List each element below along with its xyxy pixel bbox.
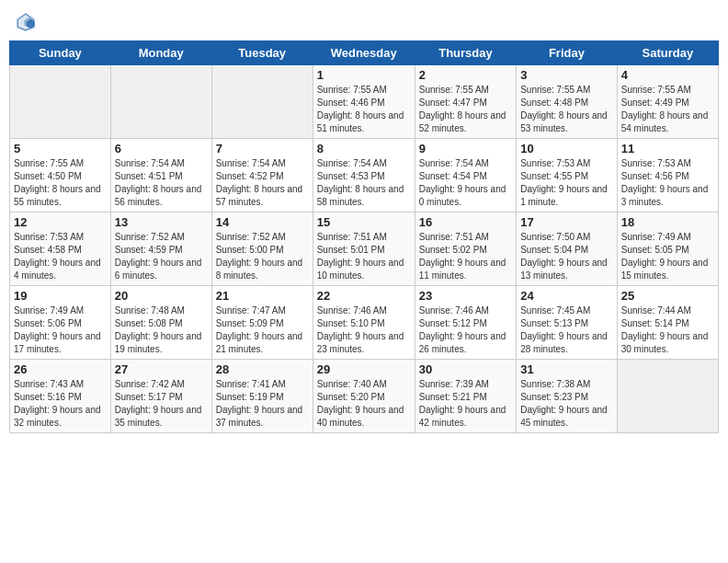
calendar-cell: 29Sunrise: 7:40 AM Sunset: 5:20 PM Dayli…: [313, 360, 415, 433]
day-number: 20: [115, 289, 208, 303]
day-number: 10: [520, 142, 613, 155]
day-number: 19: [14, 289, 107, 303]
day-of-week-header: Monday: [110, 41, 211, 65]
calendar-header-row: SundayMondayTuesdayWednesdayThursdayFrid…: [10, 41, 719, 65]
day-info: Sunrise: 7:40 AM Sunset: 5:20 PM Dayligh…: [317, 378, 411, 430]
calendar-cell: 16Sunrise: 7:51 AM Sunset: 5:02 PM Dayli…: [415, 213, 516, 286]
day-of-week-header: Saturday: [617, 41, 718, 65]
calendar-cell: 20Sunrise: 7:48 AM Sunset: 5:08 PM Dayli…: [110, 286, 211, 360]
day-number: 15: [317, 215, 411, 229]
calendar-cell: 6Sunrise: 7:54 AM Sunset: 4:51 PM Daylig…: [110, 139, 211, 213]
day-info: Sunrise: 7:55 AM Sunset: 4:49 PM Dayligh…: [621, 84, 714, 135]
day-number: 5: [14, 142, 107, 155]
day-number: 7: [216, 142, 309, 155]
day-info: Sunrise: 7:49 AM Sunset: 5:05 PM Dayligh…: [621, 231, 714, 282]
day-info: Sunrise: 7:54 AM Sunset: 4:53 PM Dayligh…: [317, 157, 411, 209]
day-of-week-header: Wednesday: [313, 41, 415, 65]
calendar-week-row: 12Sunrise: 7:53 AM Sunset: 4:58 PM Dayli…: [10, 213, 719, 286]
calendar-cell: 28Sunrise: 7:41 AM Sunset: 5:19 PM Dayli…: [211, 360, 313, 433]
calendar-cell: [10, 65, 111, 139]
day-number: 22: [317, 289, 411, 303]
calendar-cell: 21Sunrise: 7:47 AM Sunset: 5:09 PM Dayli…: [211, 286, 313, 360]
day-info: Sunrise: 7:53 AM Sunset: 4:56 PM Dayligh…: [621, 157, 714, 209]
calendar-week-row: 26Sunrise: 7:43 AM Sunset: 5:16 PM Dayli…: [10, 360, 719, 433]
day-number: 31: [520, 362, 613, 376]
calendar-week-row: 19Sunrise: 7:49 AM Sunset: 5:06 PM Dayli…: [10, 286, 719, 360]
calendar-cell: 25Sunrise: 7:44 AM Sunset: 5:14 PM Dayli…: [617, 286, 718, 360]
day-info: Sunrise: 7:55 AM Sunset: 4:46 PM Dayligh…: [317, 84, 411, 135]
day-number: 25: [621, 289, 714, 303]
calendar-cell: 23Sunrise: 7:46 AM Sunset: 5:12 PM Dayli…: [415, 286, 516, 360]
calendar-cell: 24Sunrise: 7:45 AM Sunset: 5:13 PM Dayli…: [517, 286, 618, 360]
calendar-cell: 11Sunrise: 7:53 AM Sunset: 4:56 PM Dayli…: [617, 139, 718, 213]
calendar-cell: 5Sunrise: 7:55 AM Sunset: 4:50 PM Daylig…: [10, 139, 111, 213]
day-info: Sunrise: 7:53 AM Sunset: 4:58 PM Dayligh…: [14, 231, 107, 282]
calendar-cell: 27Sunrise: 7:42 AM Sunset: 5:17 PM Dayli…: [110, 360, 211, 433]
day-number: 9: [419, 142, 512, 155]
day-info: Sunrise: 7:46 AM Sunset: 5:12 PM Dayligh…: [419, 304, 512, 356]
day-number: 18: [621, 215, 714, 229]
day-number: 11: [621, 142, 714, 155]
day-number: 8: [317, 142, 411, 155]
day-info: Sunrise: 7:38 AM Sunset: 5:23 PM Dayligh…: [520, 378, 613, 430]
calendar-cell: 12Sunrise: 7:53 AM Sunset: 4:58 PM Dayli…: [10, 213, 111, 286]
calendar-cell: 9Sunrise: 7:54 AM Sunset: 4:54 PM Daylig…: [415, 139, 516, 213]
day-info: Sunrise: 7:55 AM Sunset: 4:47 PM Dayligh…: [419, 84, 512, 135]
day-info: Sunrise: 7:51 AM Sunset: 5:02 PM Dayligh…: [419, 231, 512, 282]
day-info: Sunrise: 7:55 AM Sunset: 4:50 PM Dayligh…: [14, 157, 107, 209]
day-info: Sunrise: 7:54 AM Sunset: 4:54 PM Dayligh…: [419, 157, 512, 209]
calendar-cell: [617, 360, 718, 433]
calendar-cell: 26Sunrise: 7:43 AM Sunset: 5:16 PM Dayli…: [10, 360, 111, 433]
day-number: 28: [216, 362, 309, 376]
day-info: Sunrise: 7:49 AM Sunset: 5:06 PM Dayligh…: [14, 304, 107, 356]
calendar-cell: 13Sunrise: 7:52 AM Sunset: 4:59 PM Dayli…: [110, 213, 211, 286]
logo-icon: [13, 9, 39, 35]
calendar-week-row: 5Sunrise: 7:55 AM Sunset: 4:50 PM Daylig…: [10, 139, 719, 213]
day-info: Sunrise: 7:45 AM Sunset: 5:13 PM Dayligh…: [520, 304, 613, 356]
day-of-week-header: Friday: [517, 41, 618, 65]
day-number: 24: [520, 289, 613, 303]
calendar-cell: 8Sunrise: 7:54 AM Sunset: 4:53 PM Daylig…: [313, 139, 415, 213]
calendar-cell: [110, 65, 211, 139]
day-info: Sunrise: 7:51 AM Sunset: 5:01 PM Dayligh…: [317, 231, 411, 282]
calendar-cell: 31Sunrise: 7:38 AM Sunset: 5:23 PM Dayli…: [517, 360, 618, 433]
calendar-cell: 18Sunrise: 7:49 AM Sunset: 5:05 PM Dayli…: [617, 213, 718, 286]
day-number: 29: [317, 362, 411, 376]
day-info: Sunrise: 7:47 AM Sunset: 5:09 PM Dayligh…: [216, 304, 309, 356]
day-number: 26: [14, 362, 107, 376]
day-info: Sunrise: 7:55 AM Sunset: 4:48 PM Dayligh…: [520, 84, 613, 135]
calendar-cell: 7Sunrise: 7:54 AM Sunset: 4:52 PM Daylig…: [211, 139, 313, 213]
calendar-cell: 14Sunrise: 7:52 AM Sunset: 5:00 PM Dayli…: [211, 213, 313, 286]
calendar-week-row: 1Sunrise: 7:55 AM Sunset: 4:46 PM Daylig…: [10, 65, 719, 139]
day-info: Sunrise: 7:48 AM Sunset: 5:08 PM Dayligh…: [115, 304, 208, 356]
day-info: Sunrise: 7:50 AM Sunset: 5:04 PM Dayligh…: [520, 231, 613, 282]
day-number: 12: [14, 215, 107, 229]
day-number: 16: [419, 215, 512, 229]
day-number: 21: [216, 289, 309, 303]
day-of-week-header: Tuesday: [211, 41, 313, 65]
calendar-cell: 1Sunrise: 7:55 AM Sunset: 4:46 PM Daylig…: [313, 65, 415, 139]
day-info: Sunrise: 7:44 AM Sunset: 5:14 PM Dayligh…: [621, 304, 714, 356]
day-info: Sunrise: 7:42 AM Sunset: 5:17 PM Dayligh…: [115, 378, 208, 430]
day-number: 17: [520, 215, 613, 229]
calendar-table: SundayMondayTuesdayWednesdayThursdayFrid…: [9, 40, 719, 433]
calendar-cell: 17Sunrise: 7:50 AM Sunset: 5:04 PM Dayli…: [517, 213, 618, 286]
day-info: Sunrise: 7:39 AM Sunset: 5:21 PM Dayligh…: [419, 378, 512, 430]
day-number: 3: [520, 68, 613, 82]
day-info: Sunrise: 7:43 AM Sunset: 5:16 PM Dayligh…: [14, 378, 107, 430]
calendar-cell: 15Sunrise: 7:51 AM Sunset: 5:01 PM Dayli…: [313, 213, 415, 286]
calendar-cell: 2Sunrise: 7:55 AM Sunset: 4:47 PM Daylig…: [415, 65, 516, 139]
calendar-cell: 3Sunrise: 7:55 AM Sunset: 4:48 PM Daylig…: [517, 65, 618, 139]
day-of-week-header: Thursday: [415, 41, 516, 65]
day-of-week-header: Sunday: [10, 41, 111, 65]
day-number: 14: [216, 215, 309, 229]
day-number: 27: [115, 362, 208, 376]
day-info: Sunrise: 7:41 AM Sunset: 5:19 PM Dayligh…: [216, 378, 309, 430]
day-number: 23: [419, 289, 512, 303]
day-info: Sunrise: 7:46 AM Sunset: 5:10 PM Dayligh…: [317, 304, 411, 356]
calendar-cell: [211, 65, 313, 139]
day-info: Sunrise: 7:52 AM Sunset: 4:59 PM Dayligh…: [115, 231, 208, 282]
day-number: 4: [621, 68, 714, 82]
day-info: Sunrise: 7:52 AM Sunset: 5:00 PM Dayligh…: [216, 231, 309, 282]
day-info: Sunrise: 7:53 AM Sunset: 4:55 PM Dayligh…: [520, 157, 613, 209]
